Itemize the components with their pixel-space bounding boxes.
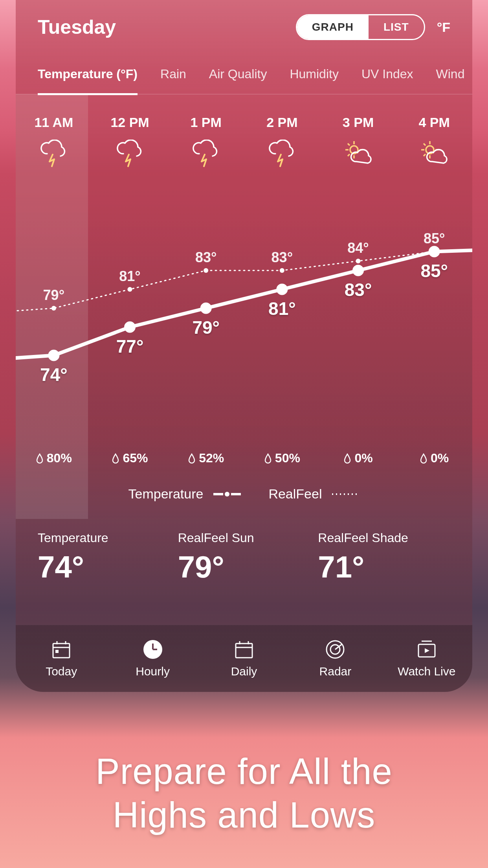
hour-column[interactable]: 11 AM80% xyxy=(16,94,92,519)
weather-thunder-icon xyxy=(92,138,168,169)
temp-value: 79° xyxy=(192,317,220,338)
weather-thunder-icon xyxy=(16,138,92,169)
hour-time: 2 PM xyxy=(244,115,320,130)
hour-time: 11 AM xyxy=(16,115,92,130)
legend-dotted-line-icon xyxy=(332,491,360,497)
hour-time: 1 PM xyxy=(168,115,244,130)
svg-rect-40 xyxy=(55,650,59,653)
hour-column[interactable]: 12 PM65% xyxy=(92,94,168,519)
weather-card: Tuesday GRAPH LIST °F Temperature (°F) R… xyxy=(16,0,472,692)
hour-time: 12 PM xyxy=(92,115,168,130)
legend-realfeel: RealFeel xyxy=(268,486,360,502)
tagline-line1: Prepare for All the xyxy=(0,750,488,793)
hourly-chart-area[interactable]: 11 AM80%12 PM65%1 PM52%2 PM50%3 PM0%4 PM… xyxy=(16,94,472,519)
promo-tagline: Prepare for All the Highs and Lows xyxy=(0,750,488,837)
svg-point-33 xyxy=(225,492,229,497)
realfeel-value: 83° xyxy=(195,249,216,266)
stat-label: Temperature xyxy=(38,531,170,545)
nav-label: Daily xyxy=(231,665,257,678)
precip-chance: 0% xyxy=(320,451,396,465)
stat-realfeel-sun: RealFeel Sun 79° xyxy=(178,531,310,585)
nav-label: Today xyxy=(46,665,77,678)
temp-value: 85° xyxy=(420,260,448,281)
realfeel-value: 79° xyxy=(43,287,64,303)
segment-graph[interactable]: GRAPH xyxy=(297,15,369,39)
realfeel-value: 85° xyxy=(424,230,445,247)
bottom-nav: Today Hourly Daily Radar Watch Live xyxy=(16,625,472,692)
svg-line-24 xyxy=(348,154,350,156)
legend-temperature-label: Temperature xyxy=(128,486,204,502)
svg-line-31 xyxy=(424,154,426,156)
precip-chance: 50% xyxy=(244,451,320,465)
stat-value: 74° xyxy=(38,549,170,585)
legend-temperature: Temperature xyxy=(128,486,241,502)
calendar-today-icon xyxy=(51,639,72,660)
legend-realfeel-label: RealFeel xyxy=(268,486,322,502)
tab-humidity[interactable]: Humidity xyxy=(290,67,338,94)
precip-chance: 80% xyxy=(16,451,92,465)
current-stats: Temperature 74° RealFeel Sun 79° RealFee… xyxy=(16,519,472,605)
nav-watch-live[interactable]: Watch Live xyxy=(381,625,472,692)
svg-marker-52 xyxy=(425,648,429,653)
nav-radar[interactable]: Radar xyxy=(290,625,381,692)
weather-thunder-icon xyxy=(168,138,244,169)
svg-line-23 xyxy=(348,143,350,145)
tab-wind[interactable]: Wind xyxy=(436,67,465,94)
unit-toggle[interactable]: °F xyxy=(437,20,450,35)
nav-today[interactable]: Today xyxy=(16,625,107,692)
tab-rain[interactable]: Rain xyxy=(160,67,186,94)
temp-value: 77° xyxy=(116,336,144,357)
tv-play-icon xyxy=(416,639,437,660)
realfeel-value: 83° xyxy=(272,249,293,266)
stat-value: 71° xyxy=(318,549,450,585)
tab-uvindex[interactable]: UV Index xyxy=(361,67,413,94)
segment-list[interactable]: LIST xyxy=(369,15,424,39)
nav-hourly[interactable]: Hourly xyxy=(107,625,198,692)
weather-thunder-icon xyxy=(244,138,320,169)
day-title: Tuesday xyxy=(38,16,296,39)
realfeel-value: 81° xyxy=(119,268,140,285)
hour-column[interactable]: 4 PM0% xyxy=(396,94,472,519)
calendar-icon xyxy=(233,639,255,660)
legend: Temperature RealFeel xyxy=(16,486,472,502)
svg-line-30 xyxy=(424,143,426,145)
view-segmented-control: GRAPH LIST xyxy=(296,14,425,40)
hour-time: 3 PM xyxy=(320,115,396,130)
hour-time: 4 PM xyxy=(396,115,472,130)
metric-tabs: Temperature (°F) Rain Air Quality Humidi… xyxy=(16,48,472,94)
clock-icon xyxy=(142,639,163,660)
temp-value: 81° xyxy=(268,298,296,319)
realfeel-value: 84° xyxy=(347,240,369,256)
precip-chance: 65% xyxy=(92,451,168,465)
tagline-line2: Highs and Lows xyxy=(0,793,488,837)
header-row: Tuesday GRAPH LIST °F xyxy=(16,0,472,48)
stat-realfeel-shade: RealFeel Shade 71° xyxy=(318,531,450,585)
nav-label: Radar xyxy=(319,665,352,678)
nav-daily[interactable]: Daily xyxy=(198,625,290,692)
precip-chance: 0% xyxy=(396,451,472,465)
tab-airquality[interactable]: Air Quality xyxy=(209,67,267,94)
radar-icon xyxy=(325,639,346,660)
hour-column[interactable]: 1 PM52% xyxy=(168,94,244,519)
temp-value: 74° xyxy=(40,364,68,385)
nav-label: Hourly xyxy=(136,665,170,678)
tab-temperature[interactable]: Temperature (°F) xyxy=(38,67,138,95)
stat-temperature: Temperature 74° xyxy=(38,531,170,585)
legend-solid-line-icon xyxy=(213,491,241,497)
weather-partly-icon xyxy=(320,138,396,169)
svg-rect-44 xyxy=(236,644,252,658)
stat-label: RealFeel Shade xyxy=(318,531,450,545)
weather-partly-icon xyxy=(396,138,472,169)
hour-column[interactable]: 3 PM0% xyxy=(320,94,396,519)
precip-chance: 52% xyxy=(168,451,244,465)
stat-value: 79° xyxy=(178,549,310,585)
stat-label: RealFeel Sun xyxy=(178,531,310,545)
nav-label: Watch Live xyxy=(398,665,455,678)
temp-value: 83° xyxy=(345,279,372,300)
